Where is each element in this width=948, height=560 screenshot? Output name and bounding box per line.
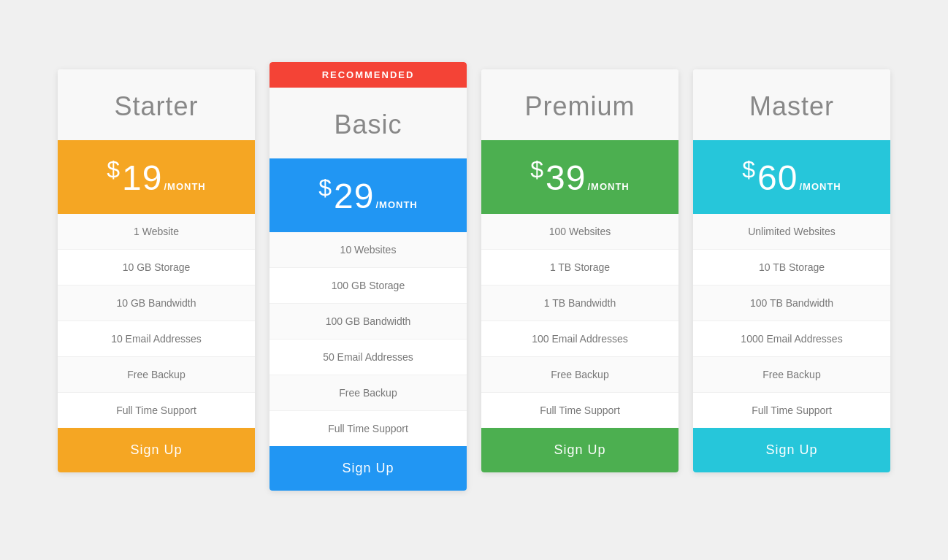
price-period-premium: /MONTH — [587, 181, 629, 192]
price-period-basic: /MONTH — [375, 199, 417, 210]
feature-basic-0: 10 Websites — [270, 232, 467, 268]
signup-button-basic[interactable]: Sign Up — [270, 446, 467, 491]
feature-premium-2: 1 TB Bandwidth — [481, 285, 678, 321]
price-dollar-starter: $ — [107, 156, 121, 183]
plan-features-basic: 10 Websites100 GB Storage100 GB Bandwidt… — [270, 232, 467, 446]
plan-price-basic: $29/MONTH — [318, 177, 417, 215]
feature-basic-5: Full Time Support — [270, 411, 467, 446]
feature-starter-0: 1 Website — [58, 214, 255, 250]
pricing-table: Starter $19/MONTH 1 Website10 GB Storage… — [36, 40, 912, 520]
plan-premium: Premium $39/MONTH 100 Websites1 TB Stora… — [481, 69, 678, 472]
feature-basic-1: 100 GB Storage — [270, 268, 467, 304]
price-dollar-basic: $ — [318, 174, 332, 201]
plan-name-starter: Starter — [114, 91, 198, 121]
feature-basic-3: 50 Email Addresses — [270, 340, 467, 375]
feature-premium-4: Free Backup — [481, 357, 678, 393]
plan-name-premium: Premium — [524, 91, 635, 121]
feature-master-5: Full Time Support — [693, 393, 890, 428]
plan-features-premium: 100 Websites1 TB Storage1 TB Bandwidth10… — [481, 214, 678, 428]
signup-button-master[interactable]: Sign Up — [693, 428, 890, 472]
feature-master-4: Free Backup — [693, 357, 890, 393]
plan-header-master: Master — [693, 69, 890, 140]
plan-price-block-premium: $39/MONTH — [481, 140, 678, 214]
feature-master-0: Unlimited Websites — [693, 214, 890, 250]
plan-price-block-basic: $29/MONTH — [270, 158, 467, 232]
feature-master-1: 10 TB Storage — [693, 250, 890, 285]
plan-price-premium: $39/MONTH — [530, 158, 629, 197]
feature-master-2: 100 TB Bandwidth — [693, 285, 890, 321]
feature-basic-2: 100 GB Bandwidth — [270, 304, 467, 340]
plan-header-basic: Basic — [270, 88, 467, 158]
signup-button-starter[interactable]: Sign Up — [58, 428, 255, 472]
plan-header-premium: Premium — [481, 69, 678, 140]
feature-starter-3: 10 Email Addresses — [58, 321, 255, 357]
feature-starter-4: Free Backup — [58, 357, 255, 393]
price-dollar-premium: $ — [530, 156, 544, 183]
feature-master-3: 1000 Email Addresses — [693, 321, 890, 357]
feature-starter-2: 10 GB Bandwidth — [58, 285, 255, 321]
plan-master: Master $60/MONTH Unlimited Websites10 TB… — [693, 69, 890, 472]
plan-features-starter: 1 Website10 GB Storage10 GB Bandwidth10 … — [58, 214, 255, 428]
price-dollar-master: $ — [742, 156, 756, 183]
recommended-badge: RECOMMENDED — [270, 62, 467, 88]
feature-premium-0: 100 Websites — [481, 214, 678, 250]
price-period-starter: /MONTH — [164, 181, 205, 192]
plan-name-master: Master — [749, 91, 834, 121]
feature-premium-1: 1 TB Storage — [481, 250, 678, 285]
plan-price-block-master: $60/MONTH — [693, 140, 890, 214]
plan-starter: Starter $19/MONTH 1 Website10 GB Storage… — [58, 69, 255, 472]
plan-price-block-starter: $19/MONTH — [58, 140, 255, 214]
feature-basic-4: Free Backup — [270, 375, 467, 411]
price-period-master: /MONTH — [799, 181, 841, 192]
plan-price-master: $60/MONTH — [742, 158, 841, 197]
feature-premium-5: Full Time Support — [481, 393, 678, 428]
feature-premium-3: 100 Email Addresses — [481, 321, 678, 357]
plan-features-master: Unlimited Websites10 TB Storage100 TB Ba… — [693, 214, 890, 428]
plan-header-starter: Starter — [58, 69, 255, 140]
plan-basic: RECOMMENDED Basic $29/MONTH 10 Websites1… — [270, 62, 467, 491]
plan-price-starter: $19/MONTH — [107, 158, 205, 197]
feature-starter-5: Full Time Support — [58, 393, 255, 428]
feature-starter-1: 10 GB Storage — [58, 250, 255, 285]
plan-name-basic: Basic — [334, 110, 402, 139]
signup-button-premium[interactable]: Sign Up — [481, 428, 678, 472]
